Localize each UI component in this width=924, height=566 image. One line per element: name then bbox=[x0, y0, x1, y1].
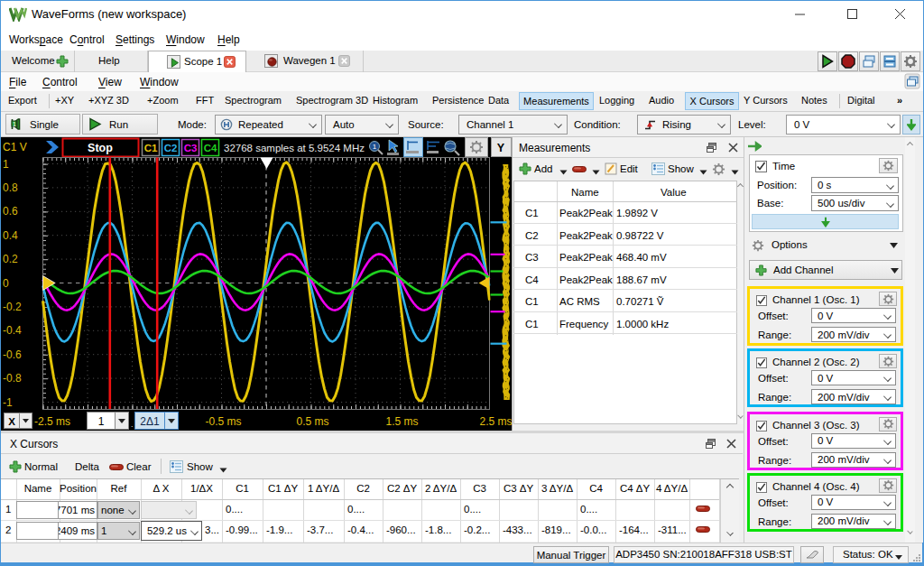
svg-text:-0.6: -0.6 bbox=[3, 348, 22, 361]
svg-text:Stop: Stop bbox=[88, 142, 113, 154]
svg-text:1: 1 bbox=[3, 158, 9, 171]
svg-text:1: 1 bbox=[13, 121, 16, 127]
svg-text:-1: -1 bbox=[3, 396, 13, 409]
svg-text:0: 0 bbox=[3, 277, 9, 290]
svg-text:1.5 ms: 1.5 ms bbox=[385, 415, 418, 428]
svg-text:0.8: 0.8 bbox=[3, 181, 18, 194]
svg-text:C1: C1 bbox=[144, 143, 158, 153]
svg-text:1: 1 bbox=[98, 415, 105, 428]
svg-text:2Δ1: 2Δ1 bbox=[140, 415, 160, 428]
svg-text:-0.2: -0.2 bbox=[3, 301, 22, 313]
svg-text:0.4: 0.4 bbox=[3, 229, 18, 242]
svg-text:0.6: 0.6 bbox=[3, 205, 18, 218]
svg-text:C4: C4 bbox=[204, 143, 217, 153]
svg-text:C3: C3 bbox=[184, 143, 198, 153]
svg-text:2.5 ms: 2.5 ms bbox=[479, 415, 512, 428]
svg-text:.: . bbox=[131, 420, 134, 429]
svg-text:0.2: 0.2 bbox=[3, 253, 18, 265]
svg-text:X: X bbox=[8, 416, 15, 427]
svg-text:-0.5 ms: -0.5 ms bbox=[205, 415, 241, 428]
svg-text:1: 1 bbox=[373, 143, 377, 151]
svg-text:-0.4: -0.4 bbox=[3, 324, 22, 337]
svg-text:-2.5 ms: -2.5 ms bbox=[34, 415, 70, 428]
svg-text:C1 V: C1 V bbox=[3, 141, 27, 153]
svg-text:32768 samples at 5.9524 MHz: 32768 samples at 5.9524 MHz bbox=[224, 143, 365, 153]
svg-text:Y: Y bbox=[497, 142, 505, 154]
svg-text:C2: C2 bbox=[164, 143, 178, 153]
svg-text:-0.8: -0.8 bbox=[3, 372, 22, 385]
svg-text:0.5 ms: 0.5 ms bbox=[296, 415, 328, 428]
